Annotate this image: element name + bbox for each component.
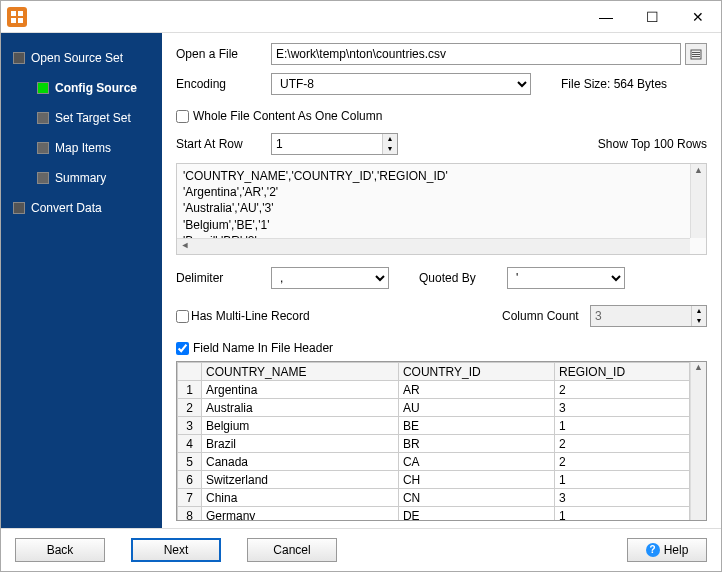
sidebar-item-map-items[interactable]: Map Items [1,133,162,163]
bullet-icon [37,82,49,94]
table-cell[interactable]: CN [398,489,554,507]
preview-line: 'Australia','AU','3' [183,200,700,216]
browse-file-button[interactable] [685,43,707,65]
table-cell[interactable]: BE [398,417,554,435]
preview-scrollbar-v[interactable]: ▲ [690,164,706,238]
row-number: 5 [178,453,202,471]
row-number: 4 [178,435,202,453]
svg-rect-1 [18,11,23,16]
svg-rect-6 [692,54,700,55]
quoted-by-select[interactable]: ' [507,267,625,289]
preview-scrollbar-h[interactable]: ◄ [177,238,690,254]
svg-rect-0 [11,11,16,16]
column-count-input [591,306,691,326]
table-row[interactable]: 4BrazilBR2 [178,435,690,453]
preview-line: 'Argentina','AR','2' [183,184,700,200]
sidebar-item-label: Set Target Set [55,111,131,125]
svg-rect-7 [692,56,700,57]
table-cell[interactable]: 2 [555,381,690,399]
data-table: COUNTRY_NAMECOUNTRY_IDREGION_ID1Argentin… [177,362,690,521]
table-cell[interactable]: BR [398,435,554,453]
table-cell[interactable]: 3 [555,399,690,417]
table-row[interactable]: 7ChinaCN3 [178,489,690,507]
table-cell[interactable]: 1 [555,507,690,522]
preview-line: 'Belgium','BE','1' [183,217,700,233]
table-cell[interactable]: Australia [202,399,399,417]
spinner-up-icon[interactable]: ▲ [383,134,397,144]
multiline-checkbox[interactable] [176,310,189,323]
table-cell[interactable]: Germany [202,507,399,522]
table-cell[interactable]: Switzerland [202,471,399,489]
table-cell[interactable]: CA [398,453,554,471]
encoding-select[interactable]: UTF-8 [271,73,531,95]
app-icon [7,7,27,27]
start-row-spinner[interactable]: ▲▼ [271,133,398,155]
open-file-label: Open a File [176,47,271,61]
table-cell[interactable]: 2 [555,453,690,471]
sidebar-item-label: Map Items [55,141,111,155]
row-number: 8 [178,507,202,522]
delimiter-select[interactable]: , [271,267,389,289]
raw-preview: 'COUNTRY_NAME','COUNTRY_ID','REGION_ID''… [176,163,707,255]
sidebar-item-open-source-set[interactable]: Open Source Set [1,43,162,73]
maximize-button[interactable]: ☐ [629,1,675,33]
encoding-label: Encoding [176,77,271,91]
sidebar-item-summary[interactable]: Summary [1,163,162,193]
field-header-label: Field Name In File Header [193,341,333,355]
minimize-button[interactable]: — [583,1,629,33]
row-number: 3 [178,417,202,435]
column-header[interactable]: COUNTRY_ID [398,363,554,381]
quoted-by-label: Quoted By [419,271,507,285]
table-row[interactable]: 1ArgentinaAR2 [178,381,690,399]
table-row[interactable]: 2AustraliaAU3 [178,399,690,417]
start-row-input[interactable] [272,134,382,154]
data-table-wrap: COUNTRY_NAMECOUNTRY_IDREGION_ID1Argentin… [176,361,707,521]
sidebar-item-convert-data[interactable]: Convert Data [1,193,162,223]
row-number: 6 [178,471,202,489]
sidebar-item-label: Open Source Set [31,51,123,65]
file-path-input[interactable] [271,43,681,65]
bullet-icon [13,52,25,64]
row-number: 1 [178,381,202,399]
preview-line: 'COUNTRY_NAME','COUNTRY_ID','REGION_ID' [183,168,700,184]
sidebar-item-config-source[interactable]: Config Source [1,73,162,103]
sidebar-item-set-target-set[interactable]: Set Target Set [1,103,162,133]
table-cell[interactable]: AR [398,381,554,399]
table-cell[interactable]: 2 [555,435,690,453]
delimiter-label: Delimiter [176,271,271,285]
close-button[interactable]: ✕ [675,1,721,33]
table-row[interactable]: 6SwitzerlandCH1 [178,471,690,489]
spinner-up-icon: ▲ [692,306,706,316]
field-header-checkbox[interactable] [176,342,189,355]
table-cell[interactable]: Brazil [202,435,399,453]
table-cell[interactable]: DE [398,507,554,522]
sidebar-item-label: Convert Data [31,201,102,215]
column-header[interactable]: COUNTRY_NAME [202,363,399,381]
whole-file-checkbox[interactable] [176,110,189,123]
footer: Back Next Cancel ? Help [1,528,721,570]
content-pane: Open a File Encoding UTF-8 File Size: 56… [162,33,721,528]
table-cell[interactable]: 1 [555,417,690,435]
table-cell[interactable]: 3 [555,489,690,507]
table-cell[interactable]: 1 [555,471,690,489]
file-size-label: File Size: 564 Bytes [561,77,667,91]
table-row[interactable]: 5CanadaCA2 [178,453,690,471]
column-header[interactable]: REGION_ID [555,363,690,381]
help-button[interactable]: ? Help [627,538,707,562]
spinner-down-icon[interactable]: ▼ [383,144,397,154]
back-button[interactable]: Back [15,538,105,562]
cancel-button[interactable]: Cancel [247,538,337,562]
bullet-icon [37,142,49,154]
table-scrollbar-v[interactable]: ▲ [690,362,706,520]
table-row[interactable]: 3BelgiumBE1 [178,417,690,435]
table-cell[interactable]: Canada [202,453,399,471]
bullet-icon [13,202,25,214]
table-cell[interactable]: CH [398,471,554,489]
next-button[interactable]: Next [131,538,221,562]
table-row[interactable]: 8GermanyDE1 [178,507,690,522]
table-cell[interactable]: Belgium [202,417,399,435]
table-cell[interactable]: China [202,489,399,507]
column-count-label: Column Count [502,309,590,323]
table-cell[interactable]: Argentina [202,381,399,399]
table-cell[interactable]: AU [398,399,554,417]
